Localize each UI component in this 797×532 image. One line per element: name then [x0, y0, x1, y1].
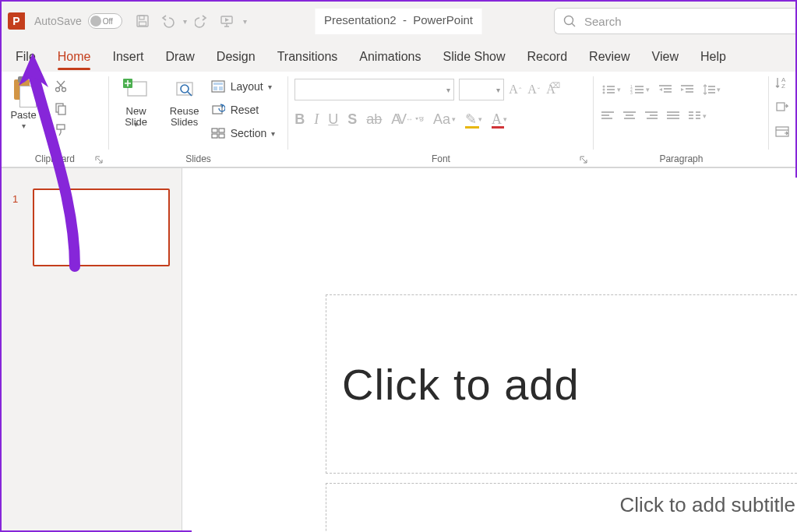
tab-help[interactable]: Help [689, 45, 737, 72]
highlight-color-button[interactable]: ✎▾ [465, 111, 482, 128]
tab-slideshow[interactable]: Slide Show [432, 45, 516, 72]
group-slides: New Slide ▾ Reuse Slides Layout ▾ [109, 72, 288, 167]
svg-rect-23 [219, 129, 224, 132]
group-label: Slides [109, 153, 288, 164]
decrease-indent-button[interactable] [659, 84, 672, 95]
subtitle-placeholder[interactable]: Click to add subtitle [326, 483, 797, 532]
paste-button[interactable]: Paste ▾ [2, 76, 45, 142]
svg-rect-49 [623, 111, 636, 113]
chevron-down-icon[interactable]: ▾ [22, 124, 26, 129]
redo-icon[interactable] [195, 13, 210, 29]
slide-thumbnail-1[interactable] [33, 188, 170, 266]
tab-home[interactable]: Home [47, 45, 102, 72]
start-from-beginning-icon[interactable] [218, 13, 235, 29]
layout-button[interactable]: Layout ▾ [210, 76, 276, 97]
app-frame: P AutoSave Off ▾ ▾ Presentation2 - [0, 0, 797, 532]
app-icon: P [8, 12, 25, 30]
svg-point-27 [603, 89, 605, 91]
font-color-button[interactable]: A▾ [492, 111, 507, 128]
italic-button[interactable]: I [314, 111, 319, 128]
tab-draw[interactable]: Draw [154, 45, 205, 72]
new-slide-icon [122, 76, 151, 104]
dialog-launcher-icon[interactable] [94, 155, 104, 164]
svg-rect-39 [664, 91, 672, 93]
chevron-down-icon[interactable]: ▾ [183, 17, 187, 26]
clear-formatting-icon[interactable]: A⌫ [546, 83, 555, 97]
svg-text:Z: Z [781, 83, 785, 89]
line-spacing-button[interactable]: ▾ [703, 84, 721, 95]
tab-review[interactable]: Review [578, 45, 640, 72]
thumb-index: 1 [12, 193, 18, 205]
font-family-combo[interactable]: ▾ [294, 79, 454, 100]
canvas-pane: Click to add Click to add subtitle [182, 168, 795, 530]
tab-design[interactable]: Design [206, 45, 266, 72]
quick-access-toolbar: ▾ ▾ [135, 13, 247, 29]
group-label: Font [288, 153, 593, 164]
columns-button[interactable]: ▾ [689, 111, 707, 122]
svg-rect-52 [645, 111, 658, 113]
justify-button[interactable] [667, 111, 679, 121]
increase-indent-button[interactable] [681, 84, 693, 95]
copy-icon[interactable] [50, 100, 72, 117]
align-right-button[interactable] [645, 111, 658, 121]
chevron-down-icon[interactable]: ▾ [268, 83, 272, 91]
section-button[interactable]: Section ▾ [210, 123, 276, 143]
svg-point-7 [62, 88, 66, 92]
svg-rect-48 [601, 118, 612, 119]
chevron-down-icon: ▾ [446, 86, 450, 94]
format-painter-icon[interactable] [50, 122, 72, 139]
svg-rect-55 [667, 111, 679, 113]
title-placeholder[interactable]: Click to add [326, 294, 797, 474]
increase-font-icon[interactable]: Aˆ [509, 83, 521, 97]
font-size-combo[interactable]: ▾ [459, 79, 504, 100]
cut-icon[interactable] [50, 78, 72, 95]
character-spacing-button[interactable]: AV↔▾छ [391, 111, 424, 128]
search-box[interactable]: Search [554, 8, 795, 34]
svg-rect-42 [686, 91, 693, 93]
new-slide-button[interactable]: New Slide ▾ [114, 76, 159, 129]
strike-shadow-button[interactable]: S [347, 111, 357, 128]
thumbnail-pane[interactable]: 1 [2, 168, 182, 530]
svg-rect-19 [219, 86, 223, 90]
tab-animations[interactable]: Animations [348, 45, 432, 72]
search-icon [562, 14, 577, 28]
decrease-font-icon[interactable]: Aˇ [527, 83, 540, 97]
titlebar: P AutoSave Off ▾ ▾ Presentation2 - [2, 2, 795, 41]
underline-button[interactable]: U [328, 111, 338, 128]
smartart-icon[interactable] [775, 126, 789, 140]
svg-rect-21 [212, 129, 217, 132]
tab-insert[interactable]: Insert [101, 45, 154, 72]
save-icon[interactable] [135, 13, 150, 29]
subtitle-placeholder-text: Click to add subtitle [620, 493, 795, 517]
svg-rect-9 [58, 106, 65, 115]
svg-rect-32 [635, 86, 644, 87]
bullets-button[interactable]: ▾ [601, 84, 621, 95]
svg-rect-1 [139, 16, 144, 19]
sort-icon[interactable]: AZ [775, 76, 789, 92]
dialog-launcher-icon[interactable] [579, 155, 588, 164]
numbering-button[interactable]: 123▾ [630, 84, 650, 95]
undo-icon[interactable] [158, 13, 175, 29]
tab-view[interactable]: View [641, 45, 689, 72]
svg-point-4 [565, 16, 573, 25]
bold-button[interactable]: B [294, 111, 305, 128]
document-title[interactable]: Presentation2 - PowerPoint [315, 9, 482, 34]
align-center-button[interactable] [623, 111, 636, 121]
svg-rect-45 [708, 92, 715, 93]
chevron-down-icon[interactable]: ▾ [243, 17, 247, 26]
change-case-button[interactable]: Aa▾ [433, 111, 456, 128]
text-direction-icon[interactable] [775, 101, 789, 117]
autosave-toggle[interactable]: Off [88, 13, 122, 29]
reuse-slides-button[interactable]: Reuse Slides [164, 76, 206, 128]
strikethrough-button[interactable]: ab [366, 111, 382, 128]
reset-button[interactable]: Reset [210, 100, 276, 120]
svg-rect-26 [607, 86, 615, 87]
tab-file[interactable]: File [5, 45, 47, 72]
align-left-button[interactable] [601, 111, 614, 121]
slide-canvas[interactable]: Click to add Click to add subtitle [182, 168, 795, 530]
tab-record[interactable]: Record [517, 45, 579, 72]
chevron-down-icon[interactable]: ▾ [134, 120, 138, 129]
svg-rect-58 [689, 111, 693, 113]
chevron-down-icon[interactable]: ▾ [271, 129, 275, 138]
tab-transitions[interactable]: Transitions [266, 45, 349, 72]
